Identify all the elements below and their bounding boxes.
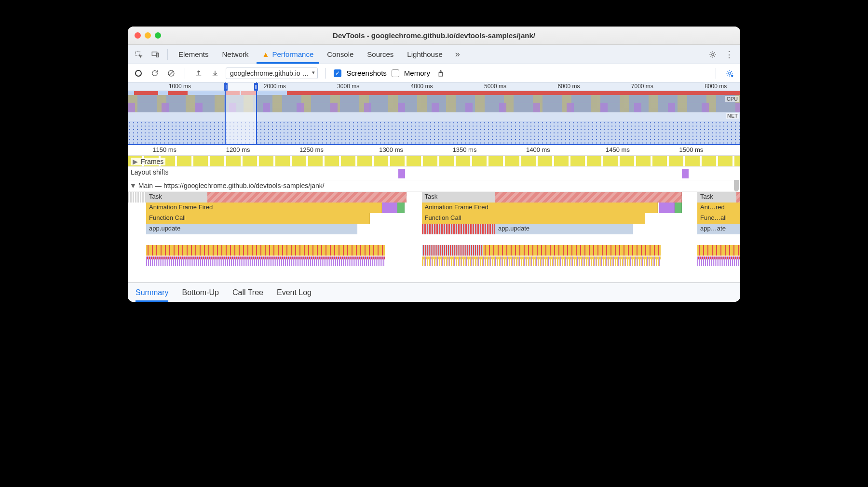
reload-record-button[interactable]: [149, 68, 161, 79]
disclosure-triangle-icon[interactable]: ▼: [130, 182, 136, 189]
jank-marker: [168, 91, 188, 95]
long-task-indicator[interactable]: [495, 192, 682, 203]
flame-segment[interactable]: [397, 203, 405, 213]
flame-micro-row[interactable]: [483, 245, 661, 256]
app-update-segment[interactable]: app.update: [146, 224, 357, 234]
divider: [716, 68, 716, 79]
disclosure-triangle-icon[interactable]: ▶: [133, 158, 138, 165]
minimize-window-button[interactable]: [145, 32, 151, 39]
ruler-tick: 3000 ms: [337, 83, 359, 90]
overview-selection[interactable]: || ||: [225, 82, 257, 144]
flame-segment[interactable]: [128, 192, 146, 203]
ruler-tick: 1500 ms: [679, 146, 703, 153]
tab-sources[interactable]: Sources: [361, 45, 399, 64]
layout-shifts-track[interactable]: Layout shifts: [128, 166, 740, 180]
main-thread-header[interactable]: ▼ Main — https://googlechrome.github.io/…: [128, 180, 740, 191]
clear-button[interactable]: [165, 68, 177, 79]
task-segment[interactable]: Task: [697, 192, 740, 203]
jank-marker: [287, 91, 740, 95]
devtools-window: DevTools - googlechrome.github.io/devtoo…: [128, 27, 740, 302]
memory-label: Memory: [404, 69, 430, 77]
function-call-segment[interactable]: Function Call: [146, 213, 370, 224]
long-task-indicator[interactable]: [736, 192, 740, 203]
selection-handle-right[interactable]: ||: [254, 83, 258, 91]
ruler-tick: 2000 ms: [264, 83, 286, 90]
inspect-element-icon[interactable]: [132, 47, 146, 62]
tab-lighthouse[interactable]: Lighthouse: [401, 45, 448, 64]
animation-frame-segment[interactable]: Animation Frame Fired: [422, 203, 658, 213]
tab-console[interactable]: Console: [321, 45, 359, 64]
animation-frame-segment[interactable]: Animation Frame Fired: [146, 203, 382, 213]
flame-segment[interactable]: [675, 203, 682, 213]
flame-rows[interactable]: TaskAnimation Frame FiredFunction Callap…: [128, 191, 740, 278]
more-tabs-icon[interactable]: »: [450, 47, 465, 62]
tab-bottom-up[interactable]: Bottom-Up: [182, 283, 218, 302]
layout-shifts-label: Layout shifts: [131, 168, 169, 176]
function-call-segment[interactable]: Function Call: [422, 213, 646, 224]
ruler-tick: 1200 ms: [226, 146, 250, 153]
record-button[interactable]: [133, 68, 144, 79]
flame-chart[interactable]: ▶ Frames Layout shifts ▼ Main — https://…: [128, 156, 740, 283]
tab-elements[interactable]: Elements: [173, 45, 215, 64]
cpu-overview-chart: [128, 95, 740, 112]
animation-frame-segment[interactable]: Ani…red: [697, 203, 740, 213]
tab-summary[interactable]: Summary: [136, 283, 168, 302]
divider: [185, 68, 185, 79]
memory-checkbox[interactable]: [392, 69, 399, 77]
performance-toolbar: googlechrome.github.io … ✓ Screenshots M…: [128, 64, 740, 82]
flame-segment[interactable]: [422, 224, 495, 234]
svg-point-5: [729, 72, 731, 74]
ruler-tick: 1400 ms: [526, 146, 550, 153]
selection-handle-left[interactable]: ||: [224, 83, 228, 91]
ruler-tick: 1300 ms: [379, 146, 403, 153]
net-overview-chart: [128, 112, 740, 121]
flame-micro-row[interactable]: [697, 245, 740, 256]
ruler-tick: 1150 ms: [152, 146, 176, 153]
tab-performance[interactable]: ▲ Performance: [257, 45, 320, 64]
flame-segment[interactable]: [659, 203, 675, 213]
long-task-indicator[interactable]: [207, 192, 407, 203]
flame-micro-row[interactable]: [146, 257, 385, 266]
download-profile-icon[interactable]: [209, 68, 221, 79]
ruler-tick: 7000 ms: [631, 83, 653, 90]
window-title: DevTools - googlechrome.github.io/devtoo…: [128, 31, 740, 40]
layout-shift-marker[interactable]: [682, 169, 689, 178]
main-tabbar: Elements Network ▲ Performance Console S…: [128, 45, 740, 64]
frames-track[interactable]: ▶ Frames: [128, 156, 740, 166]
screenshots-checkbox[interactable]: ✓: [334, 69, 341, 77]
upload-profile-icon[interactable]: [193, 68, 204, 79]
kebab-menu-icon[interactable]: ⋮: [722, 47, 736, 62]
ruler-tick: 4000 ms: [411, 83, 433, 90]
zoom-window-button[interactable]: [155, 32, 161, 39]
app-update-segment[interactable]: app…ate: [697, 224, 740, 234]
app-update-segment[interactable]: app.update: [495, 224, 633, 234]
flame-micro-row[interactable]: [697, 257, 740, 266]
divider: [167, 49, 168, 60]
flame-micro-row[interactable]: [146, 245, 385, 256]
ruler-tick: 6000 ms: [557, 83, 580, 90]
warning-icon: ▲: [262, 50, 270, 58]
layout-shift-marker[interactable]: [398, 169, 405, 178]
jank-marker: [134, 91, 159, 95]
profile-selector[interactable]: googlechrome.github.io …: [226, 68, 318, 79]
screenshots-strip: [128, 121, 740, 144]
tab-call-tree[interactable]: Call Tree: [232, 283, 263, 302]
svg-point-3: [712, 53, 714, 55]
net-label: NET: [726, 113, 739, 119]
flame-micro-row[interactable]: [422, 257, 661, 266]
device-toolbar-icon[interactable]: [148, 47, 163, 62]
ruler-tick: 1450 ms: [606, 146, 630, 153]
tab-network[interactable]: Network: [217, 45, 255, 64]
function-call-segment[interactable]: Func…all: [697, 213, 740, 224]
flame-micro-row[interactable]: [422, 245, 483, 256]
ruler-tick: 1250 ms: [299, 146, 324, 153]
collect-garbage-icon[interactable]: [435, 68, 447, 79]
timeline-overview[interactable]: 1000 ms 2000 ms 3000 ms 4000 ms 5000 ms …: [128, 82, 740, 145]
flame-ruler: 1150 ms 1200 ms 1250 ms 1300 ms 1350 ms …: [128, 145, 740, 156]
flame-segment[interactable]: [382, 203, 397, 213]
capture-settings-icon[interactable]: [724, 68, 735, 79]
close-window-button[interactable]: [135, 32, 141, 39]
overview-ruler: 1000 ms 2000 ms 3000 ms 4000 ms 5000 ms …: [128, 82, 740, 91]
tab-event-log[interactable]: Event Log: [277, 283, 312, 302]
settings-icon[interactable]: [705, 47, 720, 62]
